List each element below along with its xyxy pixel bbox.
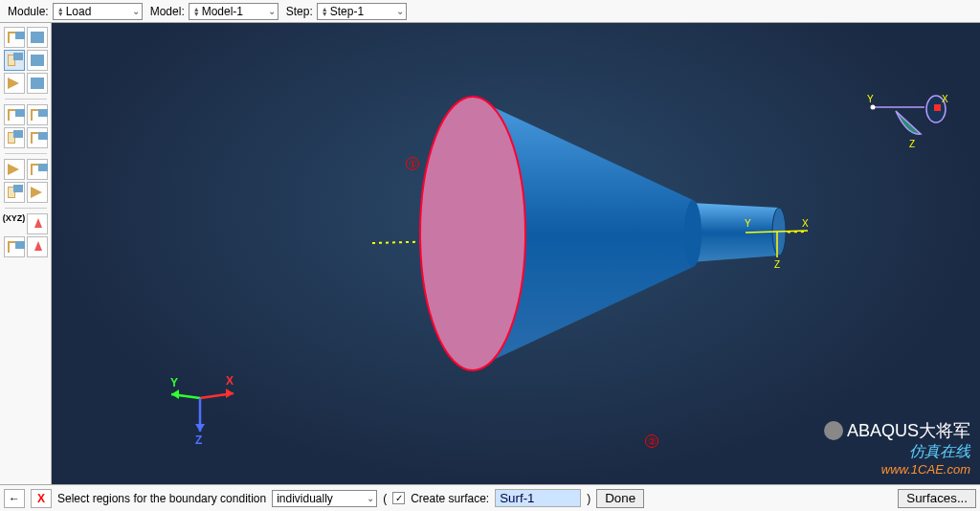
annotation-2: ② (645, 434, 658, 448)
datum-csys-button[interactable] (27, 213, 48, 234)
svg-point-12 (871, 105, 876, 110)
done-button[interactable]: Done (596, 489, 644, 508)
module-value: Load (66, 5, 123, 18)
create-load-button[interactable] (4, 27, 25, 48)
branding-overlay: ABAQUS大将军 仿真在线 www.1CAE.com (824, 419, 970, 477)
svg-marker-15 (226, 389, 234, 398)
misc-tool-b-button[interactable] (27, 182, 48, 203)
context-bar: Module: ▲▼ Load ⌄ Model: ▲▼ Model-1 ⌄ St… (0, 0, 980, 23)
svg-text:Y: Y (170, 376, 178, 389)
load-manager-button[interactable] (27, 27, 48, 48)
svg-line-4 (777, 231, 808, 232)
selection-tool-button[interactable] (4, 159, 25, 180)
svg-marker-17 (171, 389, 179, 399)
chevron-down-icon: ⌄ (367, 493, 374, 503)
svg-point-3 (420, 97, 525, 370)
surfaces-button[interactable]: Surfaces... (898, 489, 976, 508)
nav-x-label: X (942, 94, 948, 104)
model-value: Model-1 (202, 5, 259, 18)
selection-tool-2-button[interactable] (27, 159, 48, 180)
brand-line1: ABAQUS大将军 (847, 419, 970, 442)
field-manager-button[interactable] (27, 73, 48, 94)
svg-text:Z: Z (195, 433, 202, 446)
paren-close: ) (587, 492, 590, 505)
model-combo[interactable]: ▲▼ Model-1 ⌄ (189, 3, 278, 20)
model-graphic: Y X Z (339, 52, 875, 377)
svg-line-5 (746, 232, 777, 233)
svg-text:X: X (226, 374, 234, 388)
svg-point-2 (684, 200, 702, 267)
load-case-manager-button[interactable] (27, 104, 48, 125)
amplitude-button[interactable] (4, 127, 25, 148)
step-value: Step-1 (330, 5, 388, 18)
svg-text:Y: Y (745, 218, 751, 229)
nav-z-label: Z (909, 139, 915, 149)
viewport[interactable]: 1CAE.COM (52, 23, 980, 484)
svg-text:X: X (802, 218, 809, 229)
brand-line3: www.1CAE.com (824, 462, 970, 477)
create-bc-button[interactable] (4, 50, 25, 71)
chevron-down-icon: ⌄ (396, 6, 404, 16)
create-load-case-button[interactable] (4, 104, 25, 125)
surface-name-input[interactable] (495, 489, 581, 507)
chevron-down-icon: ⌄ (268, 6, 276, 16)
brand-line2: 仿真在线 (824, 442, 970, 462)
svg-rect-13 (934, 104, 941, 111)
selection-mode-value: individually (277, 492, 334, 505)
prompt-text: Select regions for the boundary conditio… (57, 492, 266, 505)
datum-xyz-label: (XYZ) (3, 213, 26, 234)
svg-text:Z: Z (774, 259, 780, 270)
back-button[interactable]: ← (4, 489, 25, 508)
datum-point-button[interactable] (4, 236, 25, 257)
module-label: Module: (8, 5, 49, 18)
misc-tool-a-button[interactable] (4, 182, 25, 203)
amplitude-manager-button[interactable] (27, 127, 48, 148)
global-triad: X Y Z (167, 369, 253, 446)
create-surface-label: Create surface: (411, 492, 489, 505)
main-area: (XYZ) 1CAE.COM (0, 23, 980, 484)
step-label: Step: (286, 5, 313, 18)
module-toolbox: (XYZ) (0, 23, 52, 484)
chevron-down-icon: ⌄ (132, 6, 140, 16)
create-surface-checkbox[interactable]: ✓ (392, 492, 405, 504)
module-combo[interactable]: ▲▼ Load ⌄ (53, 3, 143, 20)
model-label: Model: (150, 5, 185, 18)
selection-mode-combo[interactable]: individually ⌄ (272, 490, 377, 507)
step-combo[interactable]: ▲▼ Step-1 ⌄ (317, 3, 407, 20)
cancel-button[interactable]: X (31, 489, 52, 508)
nav-y-label: Y (867, 94, 874, 104)
bc-manager-button[interactable] (27, 50, 48, 71)
wechat-icon (824, 421, 843, 440)
datum-axis-button[interactable] (27, 236, 48, 257)
paren-open: ( (383, 492, 387, 505)
annotation-1: ① (406, 157, 419, 170)
prompt-bar: ← X Select regions for the boundary cond… (0, 484, 980, 511)
svg-marker-19 (195, 424, 205, 432)
create-field-button[interactable] (4, 73, 25, 94)
view-orientation-widget[interactable]: Y X Z (865, 90, 961, 167)
